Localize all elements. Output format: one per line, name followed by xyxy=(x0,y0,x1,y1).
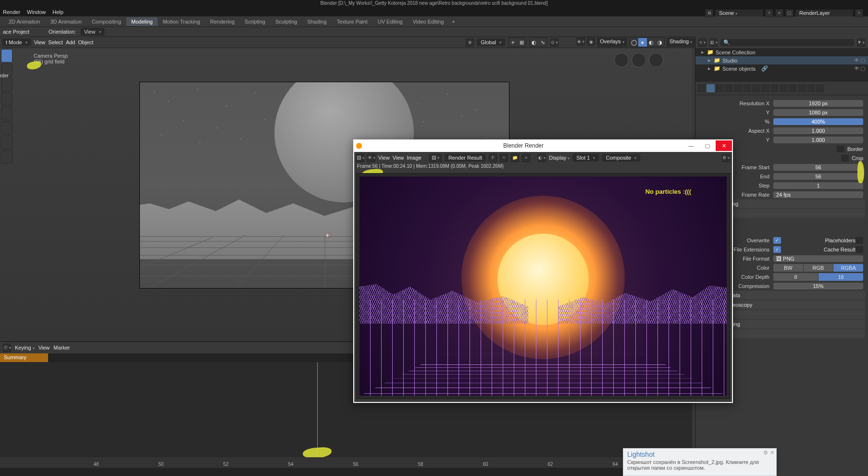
orientation-icon[interactable]: ⊕ xyxy=(466,38,474,47)
display-channels-icon[interactable]: ◐ xyxy=(538,154,546,162)
scene-select[interactable]: Scene xyxy=(715,10,763,16)
prop-tab-icon[interactable] xyxy=(725,84,733,92)
render-titlebar[interactable]: 🟠 Blender Render — ▢ ✕ xyxy=(354,139,732,152)
menu-render[interactable]: Render xyxy=(3,9,20,15)
prop-tab-icon[interactable] xyxy=(743,84,751,92)
prop-tab-icon[interactable] xyxy=(752,84,760,92)
render-result[interactable]: Render Result xyxy=(445,154,486,162)
ws-tab[interactable]: UV Editing xyxy=(373,17,408,26)
resx-field[interactable]: 1920 px xyxy=(773,100,863,107)
render-view-icon[interactable]: 👁 xyxy=(367,154,375,162)
vp-menu-add[interactable]: Add xyxy=(66,39,75,45)
border-check[interactable] xyxy=(837,146,844,152)
prop-tab-icon[interactable] xyxy=(780,84,788,92)
display-select[interactable]: Display xyxy=(549,155,570,161)
layer-icon[interactable]: ▢ xyxy=(785,9,794,17)
prop-tab-icon[interactable] xyxy=(716,84,724,92)
color-rgba[interactable]: RGBA xyxy=(833,264,863,272)
color-bw[interactable]: BW xyxy=(773,264,803,272)
outliner-row[interactable]: 📁Scene Collection xyxy=(695,48,868,56)
prop-tab-icon[interactable] xyxy=(761,84,769,92)
fake-user-icon[interactable]: F xyxy=(489,154,497,162)
render-settings-icon[interactable]: ⚙ xyxy=(722,154,730,162)
fileformat-field[interactable]: 🖼 PNG xyxy=(773,255,863,262)
shading-popover[interactable]: Shading xyxy=(667,38,695,47)
depth-toggle[interactable]: 8 16 xyxy=(773,273,863,281)
zoom-gizmo[interactable] xyxy=(632,53,646,67)
pivot-icon[interactable]: ⊙ xyxy=(550,38,558,47)
eye-icon[interactable]: 👁 xyxy=(854,65,859,72)
outliner-row[interactable]: 📁Scene objects🔗👁▢ xyxy=(695,64,868,73)
orientation-select[interactable]: View xyxy=(81,28,104,36)
toast-gear-icon[interactable]: ⚙ xyxy=(763,450,768,456)
prop-tab-render-icon[interactable] xyxy=(707,84,715,92)
orbit-gizmo[interactable] xyxy=(614,53,629,67)
timeline-ruler[interactable]: 48 50 52 54 56 58 60 62 64 xyxy=(0,457,692,468)
mode-select[interactable]: t Mode xyxy=(2,38,31,46)
disable-icon[interactable]: ▢ xyxy=(860,65,865,72)
ws-tab[interactable]: Motion Tracking xyxy=(158,17,205,26)
tl-menu-keying[interactable]: Keying xyxy=(15,345,35,351)
ws-tab[interactable]: 2D Animation xyxy=(4,17,45,26)
transform-orientation[interactable]: Global xyxy=(477,38,505,46)
fileext-check[interactable] xyxy=(773,246,781,253)
crop-check[interactable] xyxy=(841,155,849,162)
compression-field[interactable]: 15% xyxy=(773,283,863,289)
prop-tab-icon[interactable] xyxy=(798,84,806,92)
unlink-icon[interactable]: × xyxy=(522,154,530,162)
depth-16[interactable]: 16 xyxy=(818,273,863,281)
disable-icon[interactable]: ▢ xyxy=(860,57,865,63)
tl-menu-marker[interactable]: Marker xyxy=(53,345,70,351)
left-panel-tab[interactable]: rder xyxy=(0,73,9,78)
add-workspace-icon[interactable]: + xyxy=(449,19,458,25)
pct-field[interactable]: 400% xyxy=(773,118,863,125)
timeline-type-icon[interactable]: ⏱ xyxy=(3,344,11,352)
new-layer-icon[interactable]: + xyxy=(855,9,863,17)
nav-gizmo[interactable] xyxy=(614,53,663,67)
outliner-type-icon[interactable]: ≡ xyxy=(698,38,707,47)
color-mode-toggle[interactable]: BW RGB RGBA xyxy=(773,264,863,272)
eye-icon[interactable]: 👁 xyxy=(854,57,859,63)
prop-tab-icon[interactable] xyxy=(770,84,779,92)
ws-tab[interactable]: Scripting xyxy=(240,17,270,26)
fend-field[interactable]: 56 xyxy=(773,173,863,180)
scene-icon[interactable]: ⧉ xyxy=(705,9,713,17)
fstep-field[interactable]: 1 xyxy=(773,182,863,189)
renderlayer-select[interactable]: RenderLayer xyxy=(795,10,853,16)
del-scene-icon[interactable]: × xyxy=(775,9,783,17)
render-menu-view[interactable]: View xyxy=(378,155,390,161)
tl-menu-view[interactable]: View xyxy=(38,345,50,351)
ws-tab[interactable]: Compositing xyxy=(87,17,126,26)
aspx-field[interactable]: 1.000 xyxy=(773,127,863,134)
ws-tab[interactable]: Video Editing xyxy=(408,17,449,26)
prop-tab-icon[interactable] xyxy=(789,84,797,92)
ws-tab[interactable]: Rendering xyxy=(205,17,239,26)
close-icon[interactable]: ✕ xyxy=(716,140,732,151)
open-image-icon[interactable]: 📁 xyxy=(511,154,519,162)
frate-field[interactable]: 24 fps xyxy=(773,191,863,198)
tool-transform[interactable] xyxy=(1,121,12,135)
outliner-row[interactable]: 📁Studio👁▢ xyxy=(695,56,868,64)
fstart-field[interactable]: 56 xyxy=(773,164,863,171)
outliner-filter-icon[interactable]: ▼ xyxy=(857,38,865,47)
tool-rotate[interactable] xyxy=(1,92,12,106)
overwrite-check[interactable] xyxy=(773,237,781,244)
ws-tab-active[interactable]: Modeling xyxy=(126,17,158,26)
shading-modes[interactable]: ◯●◐◑ xyxy=(629,38,665,47)
overlays-toggle[interactable]: Overlays xyxy=(597,38,627,47)
snap-group[interactable]: ⌖⊞ xyxy=(508,38,526,47)
new-scene-icon[interactable]: + xyxy=(765,9,773,17)
maximize-icon[interactable]: ▢ xyxy=(699,140,716,151)
ws-tab[interactable]: Texture Paint xyxy=(332,17,372,26)
vp-menu-select[interactable]: Select xyxy=(48,39,63,45)
image-browse-icon[interactable]: 🖼 xyxy=(429,154,442,162)
tool-scale[interactable] xyxy=(1,107,12,120)
composite-select[interactable]: Composite xyxy=(602,154,640,162)
lightshot-toast[interactable]: ⚙✕ Lightshot Скриншот сохранён в Screens… xyxy=(623,448,777,476)
depth-8[interactable]: 8 xyxy=(773,273,818,281)
cache-check[interactable] xyxy=(856,246,863,253)
pan-gizmo[interactable] xyxy=(649,53,663,67)
menu-window[interactable]: Window xyxy=(27,9,46,15)
vp-menu-object[interactable]: Object xyxy=(78,39,93,45)
toast-close-icon[interactable]: ✕ xyxy=(770,450,774,456)
